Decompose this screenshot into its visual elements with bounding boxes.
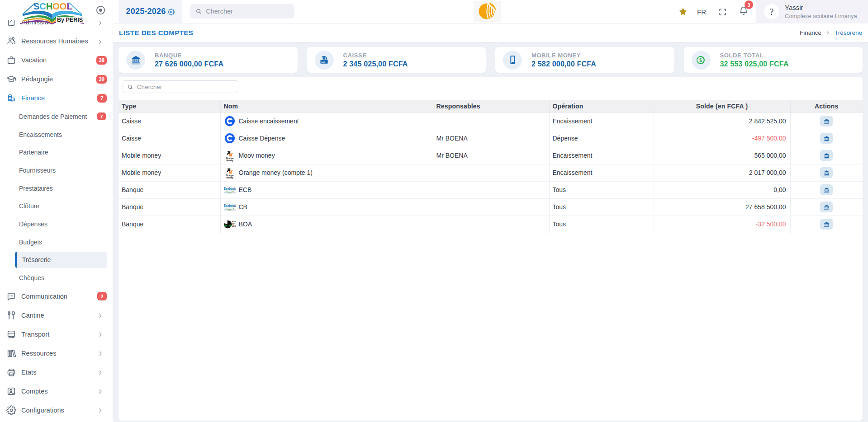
chevron-right-icon [97, 350, 103, 356]
card-label: CAISSE [343, 52, 408, 59]
utensils-icon [6, 310, 16, 320]
cell-solde: 2 842 525,00 [654, 113, 790, 130]
sidebar-item-label: Prestataires [19, 185, 53, 192]
sidebar-item-label: Partenaire [19, 149, 48, 156]
sidebar-item-fournisseurs[interactable]: Fournisseurs [0, 161, 113, 179]
chevron-right-icon [97, 38, 103, 44]
table-row: BanqueBANKOFAFRICABOATous-32 500,00 [119, 216, 863, 233]
account-name: BOA [239, 220, 252, 228]
sidebar-item-label: Encaissements [19, 131, 62, 138]
treasury-action-button[interactable] [820, 202, 833, 212]
school-year-gear-icon [168, 9, 175, 15]
sidebar-item-label: Trésorerie [22, 256, 51, 263]
chevron-right-icon [97, 407, 103, 413]
cell-nom: BANKOFAFRICABOA [224, 218, 430, 230]
user-organization: Complexe scolaire Limanya [785, 13, 857, 20]
sidebar-item-demandes-de-paiement[interactable]: Demandes de Paiement7 [0, 108, 113, 126]
sidebar-item-ressources[interactable]: Ressources [0, 344, 113, 363]
sidebar-item-label: Etats [21, 369, 37, 376]
topbar: 2025-2026 [113, 0, 868, 23]
sidebar-item-tresorerie[interactable]: Trésorerie [0, 251, 113, 269]
summary-card-banque: BANQUE27 626 000,00 FCFA [119, 47, 298, 73]
user-name: Yassir [785, 4, 857, 12]
summary-card-solde-total: $SOLDE TOTAL32 553 025,00 FCFA [684, 47, 863, 73]
treasury-action-button[interactable] [820, 219, 833, 230]
cell-responsables [433, 113, 549, 130]
cell-responsables [433, 216, 549, 233]
chevron-right-icon [97, 331, 103, 337]
sidebar-item-etats[interactable]: Etats [0, 363, 113, 382]
svg-text:The Pan African Bank: The Pan African Bank [224, 209, 236, 211]
sidebar-item-depenses[interactable]: Dépenses [0, 215, 113, 233]
sidebar-item-finance[interactable]: Finance7 [0, 89, 113, 108]
count-badge: 7 [97, 94, 107, 103]
cell-operation: Tous [549, 216, 654, 233]
ecobank-logo-icon: EcobankThe Pan African Bank [224, 183, 236, 196]
sidebar-item-budgets[interactable]: Budgets [0, 233, 113, 251]
card-label: SOLDE TOTAL [720, 52, 789, 59]
sidebar-item-cloture[interactable]: Clôture [0, 197, 113, 215]
sidebar-item-transport[interactable]: Transport [0, 325, 113, 344]
search-icon [195, 8, 202, 15]
notifications-button[interactable]: 3 [739, 6, 749, 18]
school-year-label: 2025-2026 [126, 7, 166, 16]
briefcase-icon [6, 55, 16, 65]
sidebar-item-encaissements[interactable]: Encaissements [0, 126, 113, 144]
treasury-action-button[interactable] [820, 150, 833, 161]
breadcrumb-tresorerie[interactable]: Trésorerie [835, 29, 862, 36]
fullscreen-icon[interactable] [718, 8, 727, 16]
sidebar-item-communication[interactable]: Communication2 [0, 287, 113, 306]
svg-text:SCHOOL: SCHOOL [33, 1, 72, 11]
cell-operation: Encaissement [549, 164, 654, 181]
sidebar-item-configurations[interactable]: Configurations [0, 401, 113, 420]
card-label: MOBILE MONEY [531, 52, 596, 59]
school-logo-badge [474, 1, 501, 22]
printer-icon [6, 367, 16, 377]
sidebar-item-vacation[interactable]: Vacation38 [0, 51, 113, 70]
column-operation: Opération [549, 100, 654, 113]
column-type: Type [119, 100, 220, 113]
sidebar-item-ressources-humaines[interactable]: Ressources Humaines [0, 32, 113, 51]
favorites-star-icon[interactable] [678, 7, 688, 17]
sidebar-item-label: Comptes [21, 388, 48, 395]
cash-register-icon [315, 51, 334, 70]
treasury-action-button[interactable] [820, 116, 833, 127]
column-solde: Solde (en FCFA ) [654, 100, 790, 113]
sidebar-item-pedagogie[interactable]: Pédagogie39 [0, 70, 113, 89]
cell-responsables: Mr BOENA [433, 147, 549, 164]
sidebar-pin-toggle-icon[interactable] [95, 5, 106, 15]
sidebar-item-label: Chèques [19, 274, 44, 281]
topbar-right: FR 3 ? Yassir [678, 0, 868, 23]
sidebar-item-cheques[interactable]: Chèques [0, 269, 113, 287]
language-selector[interactable]: FR [697, 8, 706, 16]
caisse-logo-icon [224, 132, 236, 145]
breadcrumb-finance[interactable]: Finance [800, 29, 821, 36]
user-menu[interactable]: ? Yassir Complexe scolaire Limanya [756, 0, 868, 23]
sidebar-item-label: Ressources [21, 350, 57, 357]
cell-solde: 2 017 000,00 [654, 164, 790, 181]
treasury-action-button[interactable] [820, 133, 833, 144]
sidebar-item-partenaire[interactable]: Partenaire [0, 143, 113, 161]
card-value: 27 626 000,00 FCFA [155, 60, 223, 68]
table-row: BanqueEcobankThe Pan African BankCBTous2… [119, 198, 863, 216]
search-icon [127, 84, 133, 90]
treasury-action-button[interactable] [820, 184, 833, 195]
sidebar-item-comptes[interactable]: Comptes [0, 382, 113, 401]
table-search-input[interactable] [137, 84, 234, 90]
message-icon [6, 291, 16, 301]
school-by-peris-logo: SCHOOL By PERIS [19, 0, 85, 24]
sidebar-item-prestataires[interactable]: Prestataires [0, 179, 113, 197]
school-year-selector[interactable]: 2025-2026 [119, 0, 182, 23]
users-icon [6, 36, 16, 46]
treasury-action-button[interactable] [820, 167, 833, 178]
app-root: AdmissionRessources HumainesVacation38Pé… [0, 0, 868, 422]
cell-type: Banque [119, 216, 220, 233]
cell-responsables [433, 164, 549, 181]
sidebar-item-label: Pédagogie [21, 75, 53, 83]
global-search-input[interactable] [206, 8, 289, 15]
table-row: Mobile moneyOrangeMoneyOrange money (com… [119, 164, 863, 181]
books-icon [6, 348, 16, 358]
smartphone-icon [503, 51, 522, 70]
sidebar-item-label: Demandes de Paiement [19, 113, 87, 120]
sidebar-item-cantine[interactable]: Cantine [0, 306, 113, 325]
